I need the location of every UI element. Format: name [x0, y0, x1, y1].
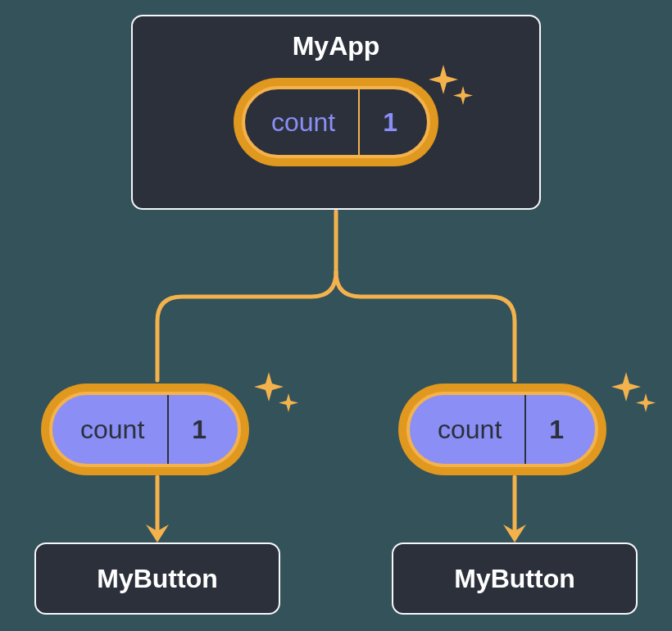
- prop-label: count: [52, 395, 169, 464]
- sparkle-icon: [252, 372, 302, 421]
- child-component-title: MyButton: [97, 564, 218, 594]
- prop-value: 1: [169, 395, 238, 464]
- parent-component-box: MyApp count 1: [131, 15, 541, 210]
- parent-component-title: MyApp: [133, 31, 539, 61]
- state-value: 1: [360, 89, 427, 155]
- prop-label: count: [410, 395, 526, 464]
- child-component-box-left: MyButton: [34, 542, 280, 615]
- state-label: count: [245, 89, 360, 155]
- child-prop-pill-right: count 1: [398, 384, 606, 475]
- sparkle-icon: [610, 372, 659, 421]
- child-component-title: MyButton: [454, 564, 575, 594]
- prop-value: 1: [526, 395, 595, 464]
- child-component-box-right: MyButton: [392, 542, 638, 615]
- parent-state-pill: count 1: [234, 78, 438, 166]
- sparkle-icon: [427, 65, 476, 114]
- child-prop-pill-left: count 1: [41, 384, 249, 475]
